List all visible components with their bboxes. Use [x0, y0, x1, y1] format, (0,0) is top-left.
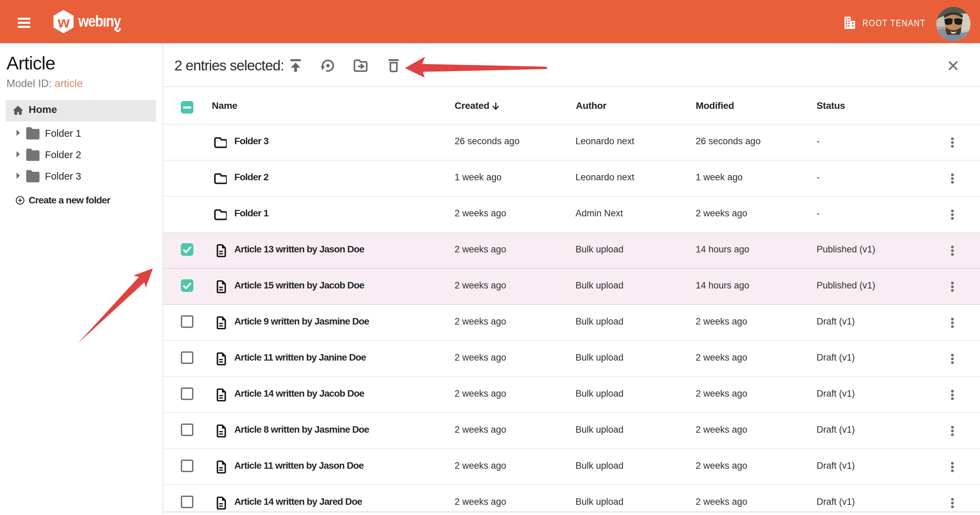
svg-text:w: w	[57, 14, 70, 31]
